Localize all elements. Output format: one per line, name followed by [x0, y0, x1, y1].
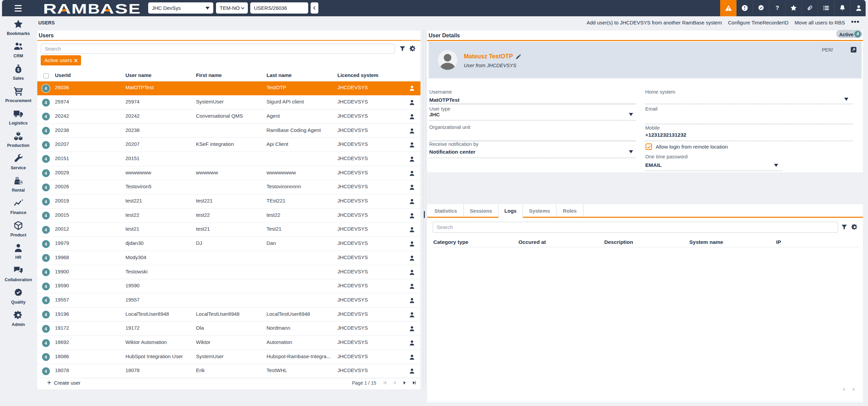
svg-text:R: R [43, 4, 57, 17]
svg-text:E: E [129, 4, 140, 17]
svg-text:M: M [72, 4, 87, 17]
svg-text:$: $ [20, 181, 22, 185]
svg-text:S: S [115, 4, 128, 17]
svg-text:B: B [88, 4, 100, 17]
svg-text:$: $ [17, 67, 20, 72]
svg-text:?: ? [775, 5, 779, 11]
